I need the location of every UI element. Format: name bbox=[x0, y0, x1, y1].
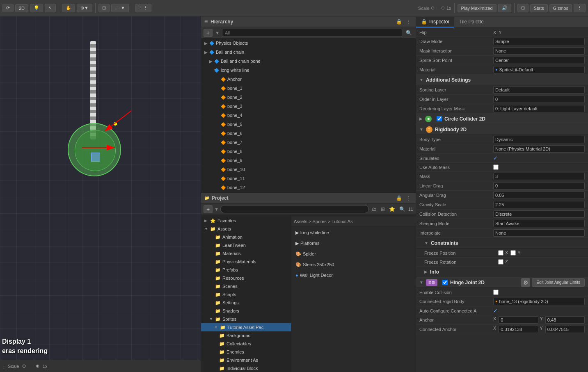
proj-collectables[interactable]: 📁 Collectables bbox=[201, 340, 291, 348]
proj-prefabs[interactable]: 📁 Prefabs bbox=[201, 266, 291, 274]
circle-collider-header[interactable]: ▶ ◉ Circle Collider 2D bbox=[416, 114, 588, 124]
project-assets[interactable]: ▼ 📁 Assets bbox=[201, 225, 291, 233]
freezepos-y-checkbox[interactable] bbox=[510, 250, 516, 256]
hierarchy-item-bone5[interactable]: 🔶 bone_5 bbox=[201, 120, 416, 129]
proj-shaders[interactable]: 📁 Shaders bbox=[201, 307, 291, 315]
hierarchy-item-bone9[interactable]: 🔶 bone_9 bbox=[201, 156, 416, 165]
hierarchy-content[interactable]: ▶ 🔷 Physics Objects ▶ 🔷 Ball and chain ▶… bbox=[201, 39, 416, 192]
hinge-enabled-checkbox[interactable] bbox=[442, 280, 448, 285]
toolbar-hand-btn[interactable]: ✋ bbox=[62, 4, 75, 12]
hierarchy-lock-btn[interactable]: 🔒 bbox=[395, 18, 403, 25]
connrb-value[interactable]: bone_13 (Rigidbody 2D) bbox=[493, 298, 585, 305]
toolbar-light-btn[interactable]: 💡 bbox=[30, 4, 43, 12]
mask-value[interactable]: None bbox=[493, 47, 585, 55]
hierarchy-item-bone1[interactable]: 🔶 bone_1 bbox=[201, 84, 416, 93]
proj-enemies[interactable]: 📁 Enemies bbox=[201, 348, 291, 356]
anchor-x-value[interactable]: 0 bbox=[499, 316, 538, 324]
proj-resources[interactable]: 📁 Resources bbox=[201, 274, 291, 282]
hierarchy-item-bone2[interactable]: 🔶 bone_2 bbox=[201, 93, 416, 102]
constraints-header[interactable]: ▼ Constraints bbox=[416, 238, 588, 249]
hierarchy-item-bone11[interactable]: 🔶 bone_11 bbox=[201, 174, 416, 183]
project-view-btn[interactable]: ⊞ bbox=[380, 206, 386, 212]
project-bookmark-btn[interactable]: ⭐ bbox=[388, 206, 396, 212]
sleepmode-value[interactable]: Start Awake bbox=[493, 220, 585, 227]
renderlayer-value[interactable]: 0: Light Layer default bbox=[493, 105, 585, 112]
proj-file-lwl[interactable]: ▶ long white line bbox=[293, 228, 414, 237]
proj-file-spider[interactable]: 🎨 Spider bbox=[293, 249, 414, 258]
hierarchy-item-ball-chain[interactable]: ▶ 🔷 Ball and chain bbox=[201, 48, 416, 57]
hierarchy-item-anchor[interactable]: 🔶 Anchor bbox=[201, 75, 416, 84]
proj-sprites[interactable]: ▼ 📁 Sprites bbox=[201, 315, 291, 323]
project-search[interactable] bbox=[220, 205, 369, 213]
project-filter-btn[interactable]: 🔍 bbox=[398, 206, 407, 212]
autoconfig-checkbox[interactable]: ✓ bbox=[493, 308, 498, 314]
toolbar-grid-btn[interactable]: ⊞ bbox=[98, 4, 110, 12]
project-lock-btn[interactable]: 🔒 bbox=[395, 195, 403, 201]
hierarchy-item-lwl[interactable]: ▼ 🔷 long white line bbox=[201, 66, 416, 75]
project-favorites[interactable]: ▶ ⭐ Favorites bbox=[201, 217, 291, 225]
hierarchy-item-bone8[interactable]: 🔶 bone_8 bbox=[201, 147, 416, 156]
sortpoint-value[interactable]: Center bbox=[493, 57, 585, 64]
proj-scenes[interactable]: 📁 Scenes bbox=[201, 282, 291, 290]
hierarchy-add-btn[interactable]: + bbox=[204, 29, 213, 37]
toolbar-cursor-btn[interactable]: ↖ bbox=[45, 4, 56, 12]
hierarchy-item-ball-chain-bone[interactable]: ▶ 🔷 Ball and chain bone bbox=[201, 57, 416, 66]
lineardrag-value[interactable]: 0 bbox=[493, 182, 585, 189]
coldet-value[interactable]: Discrete bbox=[493, 210, 585, 218]
hinge-header[interactable]: ▼ ⊞⊞ Hinge Joint 2D ⚙ Edit Joint Angular… bbox=[416, 277, 588, 288]
hierarchy-search[interactable] bbox=[222, 29, 402, 37]
info-header[interactable]: ▶ Info bbox=[416, 267, 588, 277]
hierarchy-item-bone12[interactable]: 🔶 bone_12 bbox=[201, 183, 416, 192]
proj-scripts[interactable]: 📁 Scripts bbox=[201, 290, 291, 299]
scene-canvas[interactable]: Display 1 eras rendering bbox=[0, 16, 201, 360]
proj-leantween[interactable]: 📁 LeanTween bbox=[201, 241, 291, 249]
anchor-y-value[interactable]: 0.48 bbox=[545, 316, 585, 324]
simulated-checkbox[interactable]: ✓ bbox=[493, 155, 498, 161]
angulardrag-value[interactable]: 0.05 bbox=[493, 192, 585, 199]
hierarchy-item-bone3[interactable]: 🔶 bone_3 bbox=[201, 102, 416, 111]
enablecol-checkbox[interactable] bbox=[493, 290, 499, 295]
material-value[interactable]: Sprite-Lit-Default bbox=[493, 66, 585, 73]
cc-enabled-checkbox[interactable] bbox=[437, 116, 442, 121]
proj-background[interactable]: 📁 Background bbox=[201, 331, 291, 340]
drawmode-value[interactable]: Simple bbox=[493, 38, 585, 45]
connanchor-y-value[interactable]: 0.0047515 bbox=[545, 326, 585, 333]
additional-settings-header[interactable]: ▼ Additional Settings bbox=[416, 75, 588, 85]
stats-btn[interactable]: Stats bbox=[530, 4, 548, 12]
hierarchy-item-bone6[interactable]: 🔶 bone_6 bbox=[201, 129, 416, 138]
proj-file-stems[interactable]: 🎨 Stems 250x250 bbox=[293, 260, 414, 269]
toolbar-view-btn[interactable]: 🎥▼ bbox=[111, 4, 129, 12]
hierarchy-item-bone10[interactable]: 🔶 bone_10 bbox=[201, 165, 416, 174]
toolbar-2d-btn[interactable]: 2D bbox=[15, 4, 28, 12]
edit-angular-limits-btn[interactable]: Edit Joint Angular Limits bbox=[532, 278, 585, 287]
rigidbody-header[interactable]: ▼ ⊙ Rigidbody 2D bbox=[416, 124, 588, 135]
hierarchy-arrow-btn[interactable]: ▼ bbox=[215, 30, 220, 35]
proj-individual[interactable]: 📁 Individual Block bbox=[201, 364, 291, 372]
freezerot-z-checkbox[interactable] bbox=[498, 259, 503, 265]
proj-tutasset[interactable]: ▼ 📁 Tutorial Asset Pac bbox=[201, 323, 291, 331]
more-btn[interactable]: ⋮ bbox=[574, 4, 586, 12]
mass-value[interactable]: 3 bbox=[493, 173, 585, 180]
toolbar-rotate-btn[interactable]: ⟳ bbox=[2, 4, 14, 12]
proj-environment[interactable]: 📁 Environment As bbox=[201, 356, 291, 364]
automass-checkbox[interactable] bbox=[493, 164, 499, 170]
hierarchy-item-bone4[interactable]: 🔶 bone_4 bbox=[201, 111, 416, 120]
gizmos-btn[interactable]: Gizmos bbox=[549, 4, 572, 12]
hierarchy-item-physics[interactable]: ▶ 🔷 Physics Objects bbox=[201, 39, 416, 48]
connanchor-x-value[interactable]: 0.3192138 bbox=[499, 326, 538, 333]
bodytype-value[interactable]: Dynamic bbox=[493, 136, 585, 143]
gravityscale-value[interactable]: 2.25 bbox=[493, 201, 585, 208]
toolbar-dots-btn[interactable]: ⋮⋮ bbox=[135, 4, 151, 12]
project-folder-btn[interactable]: 🗂 bbox=[371, 206, 378, 212]
proj-file-platforms[interactable]: ▶ Platforms bbox=[293, 239, 414, 248]
audio-btn[interactable]: 🔊 bbox=[498, 4, 511, 12]
proj-settings[interactable]: 📁 Settings bbox=[201, 299, 291, 307]
proj-materials[interactable]: 📁 Materials bbox=[201, 249, 291, 258]
proj-file-wall[interactable]: ● Wall Light Decor bbox=[293, 271, 414, 280]
interpolate-value[interactable]: None bbox=[493, 229, 585, 237]
tab-tile-palette[interactable]: Tile Palette bbox=[454, 17, 489, 27]
project-add-btn[interactable]: + bbox=[204, 205, 213, 213]
proj-physicsmats[interactable]: 📁 PhysicsMaterials bbox=[201, 258, 291, 266]
sortlayer-value[interactable]: Default bbox=[493, 86, 585, 94]
collab-btn[interactable]: ⊞ bbox=[517, 4, 529, 12]
